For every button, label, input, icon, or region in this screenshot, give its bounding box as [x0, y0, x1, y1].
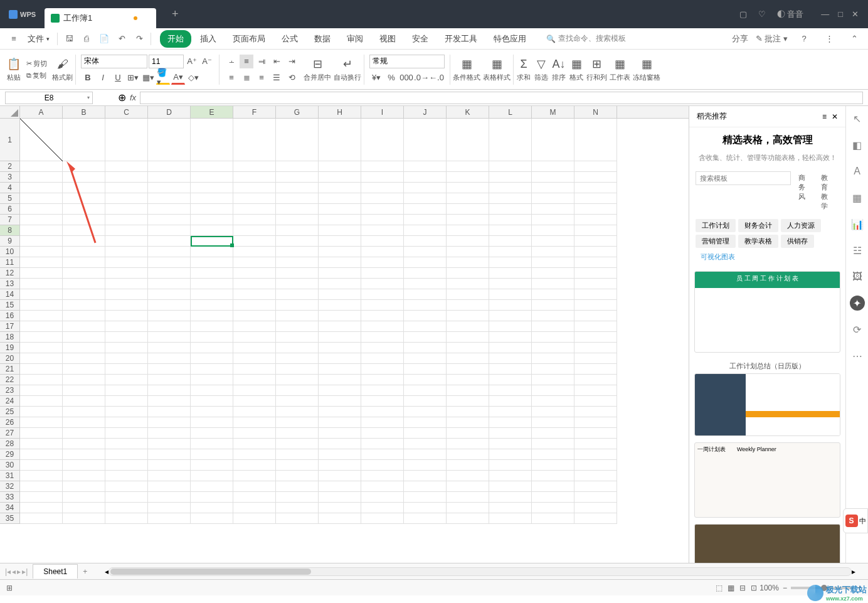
cell[interactable]	[233, 471, 276, 481]
cell[interactable]	[105, 513, 148, 524]
cell[interactable]	[361, 300, 404, 311]
sort-button[interactable]: A↓ 排序	[550, 55, 568, 83]
cell[interactable]	[233, 225, 276, 236]
cell[interactable]	[319, 215, 361, 225]
cell[interactable]	[404, 268, 447, 279]
cell[interactable]	[233, 343, 276, 353]
copy-button[interactable]: ⧉复制	[26, 71, 46, 80]
cell[interactable]	[489, 172, 532, 183]
cell[interactable]	[276, 119, 319, 161]
cell[interactable]	[404, 279, 447, 289]
cell[interactable]	[148, 279, 191, 289]
cell[interactable]	[20, 300, 63, 311]
fx-icon[interactable]: fx	[130, 93, 136, 102]
cell[interactable]	[361, 375, 404, 385]
cell[interactable]	[20, 257, 63, 268]
cell[interactable]	[20, 375, 63, 385]
format-button[interactable]: ▦ 格式	[568, 55, 585, 83]
filter-tab[interactable]: 商务风	[793, 171, 813, 213]
cell[interactable]	[361, 471, 404, 481]
cell[interactable]	[447, 204, 489, 215]
cell[interactable]	[361, 257, 404, 268]
conditional-format-button[interactable]: ▦ 条件格式	[452, 55, 482, 83]
file-menu[interactable]: 文件 ▾	[23, 33, 55, 45]
rows-cols-button[interactable]: ⊞ 行和列	[585, 55, 608, 83]
scroll-right-icon[interactable]: ▸	[852, 567, 855, 576]
col-header[interactable]: J	[404, 106, 447, 118]
cell[interactable]	[404, 449, 447, 460]
cell[interactable]	[532, 268, 574, 279]
cell[interactable]	[574, 460, 617, 471]
cell[interactable]	[276, 332, 319, 343]
cell[interactable]	[276, 343, 319, 353]
cell[interactable]	[191, 428, 233, 439]
cell[interactable]	[63, 183, 105, 193]
cell[interactable]	[574, 396, 617, 407]
cell[interactable]	[489, 449, 532, 460]
cell[interactable]	[404, 428, 447, 439]
cell[interactable]	[20, 513, 63, 524]
cell[interactable]	[489, 460, 532, 471]
cell[interactable]	[276, 321, 319, 332]
cell[interactable]	[447, 172, 489, 183]
cell[interactable]	[489, 332, 532, 343]
cell[interactable]	[63, 172, 105, 183]
sum-button[interactable]: Σ 求和	[515, 55, 532, 83]
cell[interactable]	[276, 492, 319, 503]
zoom-grid-icon[interactable]: ⊕	[118, 92, 126, 104]
cell[interactable]	[319, 396, 361, 407]
cell[interactable]	[148, 247, 191, 257]
templates-icon[interactable]: ✦	[850, 296, 865, 311]
cell[interactable]	[404, 300, 447, 311]
cell[interactable]	[319, 407, 361, 417]
cell[interactable]	[276, 311, 319, 321]
counter-badge[interactable]: ▢	[739, 9, 747, 19]
cell[interactable]	[63, 321, 105, 332]
cell[interactable]	[361, 311, 404, 321]
cell[interactable]	[447, 492, 489, 503]
cell[interactable]	[148, 332, 191, 343]
font-color-button[interactable]: A▾	[171, 71, 185, 85]
cell[interactable]	[20, 471, 63, 481]
row-header[interactable]: 16	[0, 311, 19, 321]
cell[interactable]	[63, 289, 105, 300]
cell[interactable]	[191, 225, 233, 236]
cell[interactable]	[20, 289, 63, 300]
fill-color-button[interactable]: 🪣▾	[156, 71, 170, 85]
cell[interactable]	[489, 311, 532, 321]
cell[interactable]	[319, 375, 361, 385]
cell[interactable]	[319, 471, 361, 481]
cell[interactable]	[105, 268, 148, 279]
cell[interactable]	[404, 439, 447, 449]
cut-button[interactable]: ✂剪切	[26, 59, 47, 68]
category-chip[interactable]: 财务会计	[738, 219, 778, 232]
cell[interactable]	[63, 417, 105, 428]
apps-icon[interactable]: ♡	[758, 9, 766, 19]
cell[interactable]	[447, 396, 489, 407]
cell[interactable]	[20, 321, 63, 332]
cell-style-button[interactable]: ▦▾	[141, 71, 155, 85]
styles-icon[interactable]: ◧	[850, 137, 865, 152]
cell[interactable]	[447, 321, 489, 332]
cell[interactable]	[63, 396, 105, 407]
cell[interactable]	[20, 353, 63, 364]
cell[interactable]	[191, 215, 233, 225]
cell[interactable]	[233, 257, 276, 268]
cell[interactable]	[447, 183, 489, 193]
cell[interactable]	[105, 343, 148, 353]
cell[interactable]	[404, 193, 447, 204]
cell[interactable]	[404, 343, 447, 353]
cell[interactable]	[404, 204, 447, 215]
cell[interactable]	[105, 332, 148, 343]
cell[interactable]	[361, 449, 404, 460]
cell[interactable]	[489, 119, 532, 161]
cell[interactable]	[489, 396, 532, 407]
cell[interactable]	[574, 161, 617, 172]
cell[interactable]	[233, 375, 276, 385]
chart-icon[interactable]: 📊	[850, 216, 865, 232]
cell[interactable]	[574, 311, 617, 321]
row-header[interactable]: 27	[0, 428, 19, 439]
align-middle-icon[interactable]: ≡	[240, 55, 253, 68]
cell[interactable]	[105, 289, 148, 300]
cell[interactable]	[319, 300, 361, 311]
